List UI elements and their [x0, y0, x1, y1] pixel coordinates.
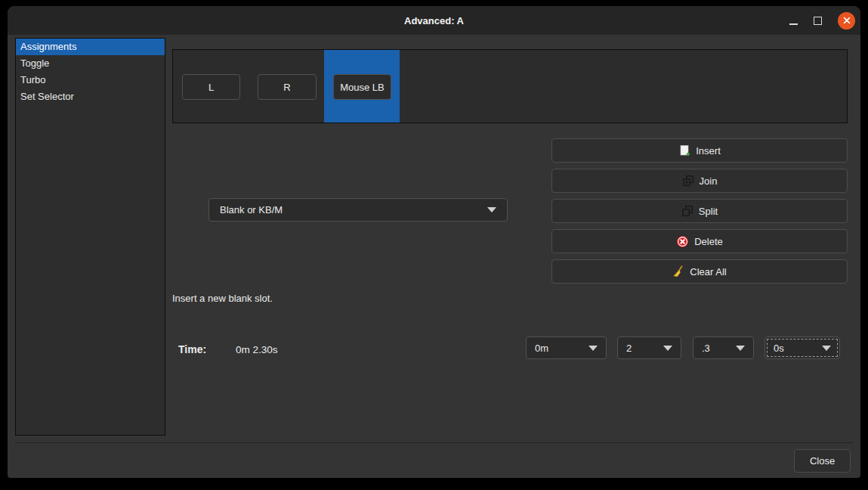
advanced-dialog-window: Advanced: A Assignments Toggle Turbo Set… [8, 6, 860, 478]
time-minutes-value: 0m [535, 343, 548, 354]
delete-button[interactable]: Delete [551, 229, 848, 253]
close-dialog-button[interactable]: Close [794, 449, 851, 473]
slot-button-r[interactable]: R [258, 74, 317, 100]
slot-strip: L R Mouse LB [172, 49, 848, 123]
insert-button[interactable]: Insert [551, 138, 848, 163]
time-tenths-value: .3 [702, 343, 710, 354]
insert-icon [678, 144, 690, 157]
chevron-down-icon [736, 346, 745, 351]
slot-kind-value: Blank or KB/M [220, 204, 283, 216]
titlebar: Advanced: A [8, 6, 860, 35]
time-value: 0m 2.30s [236, 344, 278, 355]
slot-action-buttons: Insert Join Split Delete [551, 138, 848, 290]
sidebar-item-toggle[interactable]: Toggle [16, 55, 165, 72]
slot-hint-text: Insert a new blank slot. [172, 293, 273, 304]
time-dropdown-seconds[interactable]: 2 [617, 336, 681, 359]
time-hundredths-value: 0s [774, 343, 784, 354]
delete-button-label: Delete [694, 236, 723, 247]
maximize-button[interactable] [814, 17, 822, 25]
clear-all-icon [672, 265, 684, 278]
time-dropdown-hundredths[interactable]: 0s [765, 336, 840, 359]
chevron-down-icon [588, 346, 598, 351]
sidebar-item-assignments[interactable]: Assignments [16, 39, 165, 55]
minimize-icon [789, 23, 798, 25]
join-button[interactable]: Join [551, 169, 848, 193]
chevron-down-icon [487, 207, 496, 212]
time-seconds-value: 2 [626, 343, 632, 354]
join-button-label: Join [700, 175, 718, 187]
clear-all-button[interactable]: Clear All [551, 259, 848, 284]
sidebar-list: Assignments Toggle Turbo Set Selector [15, 38, 165, 436]
slot-kind-dropdown[interactable]: Blank or KB/M [209, 198, 508, 222]
close-icon [843, 17, 851, 24]
insert-button-label: Insert [696, 145, 721, 157]
sidebar-item-turbo[interactable]: Turbo [16, 72, 165, 88]
time-label: Time: [178, 343, 206, 355]
sidebar-item-set-selector[interactable]: Set Selector [16, 88, 165, 105]
maximize-icon [814, 17, 822, 25]
footer-separator [15, 442, 854, 443]
clear-all-button-label: Clear All [690, 266, 726, 278]
chevron-down-icon [822, 346, 831, 351]
window-controls [789, 6, 855, 35]
close-window-button[interactable] [838, 12, 855, 29]
join-icon [682, 175, 694, 187]
split-button[interactable]: Split [551, 199, 848, 223]
time-dropdown-tenths[interactable]: .3 [693, 336, 754, 359]
minimize-button[interactable] [789, 17, 798, 25]
time-dropdown-minutes[interactable]: 0m [526, 336, 607, 359]
window-title: Advanced: A [404, 15, 464, 26]
split-button-label: Split [699, 206, 718, 217]
chevron-down-icon [663, 346, 672, 351]
slot-button-mouse-lb[interactable]: Mouse LB [333, 74, 391, 100]
delete-icon [676, 235, 689, 248]
split-icon [681, 205, 693, 217]
slot-button-l[interactable]: L [182, 74, 240, 100]
